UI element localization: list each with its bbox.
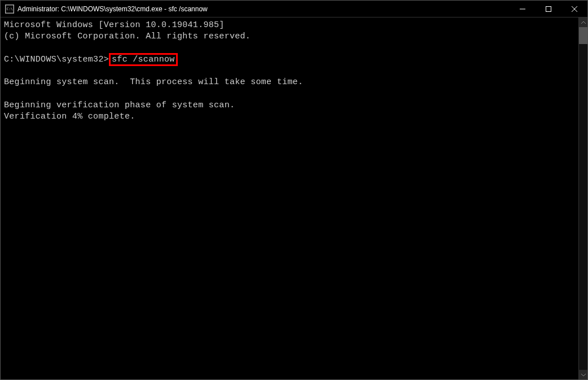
cmd-icon: C:\ (5, 5, 14, 14)
window-title: Administrator: C:\WINDOWS\system32\cmd.e… (17, 5, 510, 13)
scrollbar-thumb[interactable] (579, 27, 587, 44)
verification-progress-line: Verification 4% complete. (4, 112, 135, 121)
scrollbar-down-arrow[interactable] (579, 370, 587, 379)
window-titlebar: C:\ Administrator: C:\WINDOWS\system32\c… (1, 1, 587, 18)
minimize-icon (520, 6, 525, 12)
copyright-line: (c) Microsoft Corporation. All rights re… (4, 32, 251, 41)
close-button[interactable] (561, 1, 587, 18)
version-line: Microsoft Windows [Version 10.0.19041.98… (4, 20, 225, 30)
content-area: Microsoft Windows [Version 10.0.19041.98… (1, 18, 587, 379)
scrollbar-track[interactable] (579, 27, 587, 370)
verification-phase-line: Beginning verification phase of system s… (4, 101, 235, 110)
window-controls (510, 1, 587, 17)
vertical-scrollbar[interactable] (578, 18, 587, 379)
command-text: sfc /scannow (112, 55, 175, 64)
terminal-output[interactable]: Microsoft Windows [Version 10.0.19041.98… (1, 18, 578, 379)
chevron-down-icon (581, 373, 586, 377)
scrollbar-up-arrow[interactable] (579, 18, 587, 27)
close-icon (572, 6, 577, 12)
prompt-text: C:\WINDOWS\system32> (4, 55, 109, 64)
maximize-button[interactable] (536, 1, 561, 18)
scan-begin-line: Beginning system scan. This process will… (4, 77, 303, 87)
svg-text:C:\: C:\ (7, 6, 13, 10)
maximize-icon (546, 6, 551, 12)
chevron-up-icon (581, 21, 586, 24)
minimize-button[interactable] (510, 1, 536, 18)
command-highlight: sfc /scannow (109, 53, 178, 66)
svg-rect-3 (546, 7, 551, 12)
